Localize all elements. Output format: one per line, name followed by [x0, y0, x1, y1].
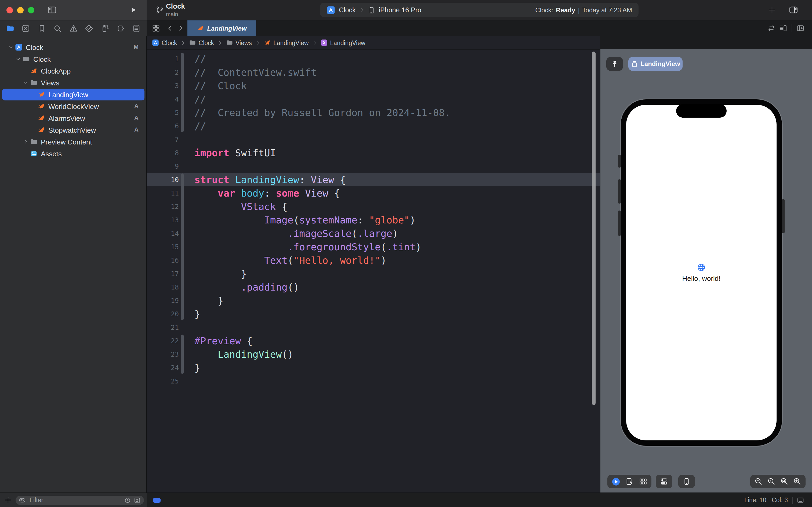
- breadcrumb-item[interactable]: LandingView: [264, 39, 308, 46]
- zoom-button[interactable]: [28, 7, 35, 13]
- sidebar-item-clock[interactable]: ClockM: [0, 41, 147, 53]
- zoom-out-icon[interactable]: [755, 477, 763, 486]
- folder-icon: [226, 39, 233, 46]
- filter-field[interactable]: [15, 496, 144, 505]
- code-token: [299, 187, 305, 199]
- breadcrumb-label: Views: [235, 40, 252, 46]
- sidebar-item-assets[interactable]: Assets: [0, 148, 147, 160]
- activity-status: Clock:Ready|Today at 7:23 AM: [535, 6, 632, 14]
- sidebar-item-label: Views: [41, 79, 59, 87]
- navigator-tests-icon[interactable]: [85, 24, 94, 33]
- volume-up-button: [618, 179, 621, 204]
- toggle-right-sidebar-icon[interactable]: [789, 5, 799, 14]
- chevron-right-icon[interactable]: [23, 139, 28, 145]
- swift-icon: [38, 91, 45, 98]
- preview-target-chip[interactable]: LandingView: [628, 57, 683, 71]
- preview-hello-text: Hello, world!: [682, 274, 720, 282]
- code-line: 20}: [147, 307, 600, 321]
- sidebar-item-landingview[interactable]: LandingView: [0, 89, 147, 101]
- add-editor-icon[interactable]: [797, 24, 805, 32]
- line-number: 23: [147, 350, 179, 358]
- go-forward-icon[interactable]: [177, 24, 185, 32]
- code-text: //: [194, 120, 206, 131]
- editor-only-mode-icon[interactable]: [796, 496, 805, 504]
- chevron-right-icon: [359, 7, 365, 13]
- code-text: .padding(): [194, 281, 299, 293]
- code-token: .imageScale: [288, 228, 351, 239]
- navigator-debug-icon[interactable]: [101, 24, 109, 33]
- breadcrumb-item[interactable]: Clock: [189, 39, 214, 46]
- phone-outline-icon[interactable]: [683, 477, 691, 486]
- navigator-project-icon[interactable]: [6, 24, 14, 33]
- minimize-button[interactable]: [17, 7, 23, 13]
- source-editor[interactable]: 1//2// ContentView.swift3// Clock4//5// …: [147, 50, 600, 492]
- code-review-icon[interactable]: [767, 24, 775, 32]
- sidebar-item-preview-content[interactable]: Preview Content: [0, 136, 147, 148]
- toggle-left-sidebar-icon[interactable]: [47, 5, 57, 14]
- variants-grid-icon[interactable]: [639, 477, 647, 486]
- code-token: some: [276, 187, 299, 199]
- editor-options-icon[interactable]: [779, 24, 787, 32]
- editor-scrollbar[interactable]: [592, 52, 595, 405]
- sidebar-item-clockapp[interactable]: ClockApp: [0, 65, 147, 77]
- chevron-right-icon: [217, 40, 223, 45]
- breadcrumb-item[interactable]: LandingView: [321, 39, 365, 46]
- chevron-right-icon: [180, 40, 186, 45]
- code-token: ): [392, 228, 398, 239]
- navigator-bookmarks-icon[interactable]: [38, 24, 46, 33]
- toggles-icon[interactable]: [660, 477, 668, 486]
- pin-preview-button[interactable]: [606, 57, 623, 71]
- recents-icon[interactable]: [124, 497, 131, 504]
- add-file-button[interactable]: [4, 496, 12, 504]
- zoom-actual-icon[interactable]: [767, 477, 775, 486]
- preview-play-icon[interactable]: [612, 477, 620, 486]
- swift-icon: [38, 126, 45, 134]
- scheme-target[interactable]: Clock: [339, 6, 356, 14]
- navigator-breakpoints-icon[interactable]: [116, 24, 125, 33]
- device-settings-button: [656, 475, 673, 488]
- sidebar-item-clock[interactable]: Clock: [0, 53, 147, 65]
- filter-icon[interactable]: [19, 497, 26, 504]
- pointer-device-icon[interactable]: [626, 477, 634, 486]
- code-token: [194, 201, 241, 212]
- related-items-icon[interactable]: [152, 24, 160, 32]
- close-button[interactable]: [6, 7, 13, 13]
- go-back-icon[interactable]: [166, 24, 174, 32]
- sidebar-item-label: WorldClockView: [48, 103, 99, 111]
- navigator-reports-icon[interactable]: [132, 24, 141, 33]
- sidebar-item-alarmsview[interactable]: AlarmsViewA: [0, 112, 147, 124]
- code-token: [194, 349, 218, 360]
- filter-input[interactable]: [28, 496, 121, 504]
- sidebar-item-stopwatchview[interactable]: StopwatchViewA: [0, 124, 147, 136]
- preview-screen[interactable]: Hello, world!: [626, 105, 776, 440]
- add-button[interactable]: [768, 6, 776, 14]
- code-token: {: [334, 174, 346, 185]
- sidebar-item-views[interactable]: Views: [0, 77, 147, 89]
- scheme-device[interactable]: iPhone 16 Pro: [379, 6, 421, 14]
- navigator-issues-icon[interactable]: [69, 24, 77, 33]
- globe-icon: [697, 263, 706, 272]
- sidebar-item-label: Assets: [41, 150, 62, 158]
- breadcrumb-item[interactable]: Views: [226, 39, 252, 46]
- line-number: 5: [147, 109, 179, 117]
- code-line: 12 VStack {: [147, 200, 600, 213]
- breadcrumb-item[interactable]: Clock: [152, 39, 177, 46]
- code-line: 25: [147, 374, 600, 388]
- flags-filter-icon[interactable]: [134, 497, 141, 504]
- code-line: 8import SwiftUI: [147, 146, 600, 160]
- chevron-down-icon[interactable]: [8, 45, 13, 50]
- app-chip-icon: [152, 39, 159, 46]
- run-button[interactable]: [130, 6, 137, 13]
- navigator-source-control-icon[interactable]: [22, 24, 31, 33]
- navigator-find-icon[interactable]: [53, 24, 62, 33]
- chevron-down-icon[interactable]: [23, 80, 28, 86]
- code-token: (: [381, 241, 387, 252]
- zoom-in-icon[interactable]: [793, 477, 801, 486]
- folder-icon: [30, 79, 38, 87]
- sidebar-item-worldclockview[interactable]: WorldClockViewA: [0, 101, 147, 112]
- tab-landingview[interactable]: LandingView: [187, 20, 256, 36]
- breakpoint-pill[interactable]: [153, 498, 161, 503]
- chevron-down-icon[interactable]: [15, 56, 21, 62]
- line-number: 11: [147, 189, 179, 197]
- zoom-fit-icon[interactable]: [780, 477, 789, 486]
